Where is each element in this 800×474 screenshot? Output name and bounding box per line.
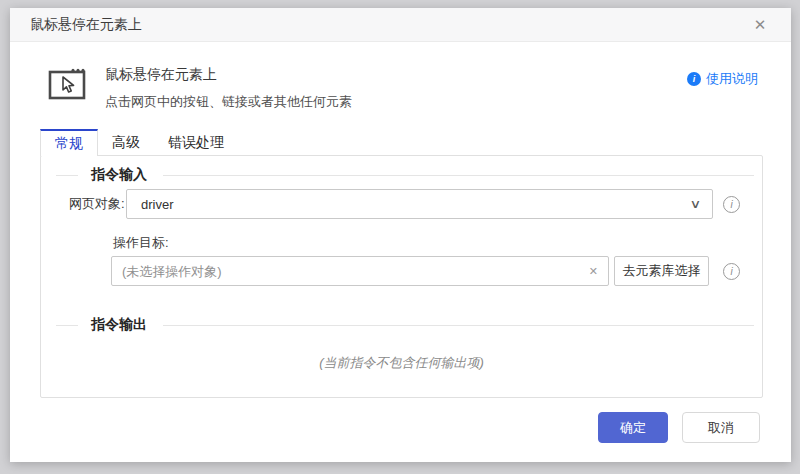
- browser-cursor-icon: [48, 68, 86, 104]
- dialog-titlebar: 鼠标悬停在元素上 ✕: [10, 8, 791, 42]
- close-icon[interactable]: ✕: [749, 14, 771, 36]
- command-header: 鼠标悬停在元素上 点击网页中的按钮、链接或者其他任何元素 i 使用说明: [10, 42, 791, 111]
- input-section-header: 指令输入: [41, 166, 754, 184]
- tab-advanced[interactable]: 高级: [98, 129, 154, 156]
- web-object-info-icon[interactable]: i: [723, 196, 740, 213]
- clear-icon[interactable]: ✕: [579, 265, 608, 278]
- target-input[interactable]: [112, 264, 579, 279]
- usage-help-link[interactable]: i 使用说明: [687, 70, 758, 88]
- target-label: 操作目标:: [113, 234, 169, 252]
- command-title: 鼠标悬停在元素上: [105, 66, 352, 84]
- dialog-title: 鼠标悬停在元素上: [30, 16, 142, 34]
- command-header-text: 鼠标悬停在元素上 点击网页中的按钮、链接或者其他任何元素: [105, 66, 352, 111]
- divider-line: [163, 325, 754, 326]
- divider-dash: [56, 175, 78, 176]
- web-object-value: driver: [141, 197, 691, 212]
- info-icon: i: [687, 72, 701, 86]
- input-section-title: 指令输入: [91, 166, 147, 184]
- element-picker-button[interactable]: 去元素库选择: [614, 256, 709, 286]
- dialog-footer: 确定 取消: [10, 412, 791, 443]
- divider-line: [163, 175, 754, 176]
- divider-dash: [56, 325, 78, 326]
- ok-button[interactable]: 确定: [598, 412, 668, 443]
- target-input-wrap: ✕: [111, 256, 609, 286]
- command-subtitle: 点击网页中的按钮、链接或者其他任何元素: [105, 93, 352, 111]
- general-tab-panel: 指令输入 网页对象: driver ∨ i 操作目标: ✕ 去元素库选择 i 指…: [40, 155, 763, 398]
- target-info-icon[interactable]: i: [723, 263, 740, 280]
- web-object-select[interactable]: driver ∨: [126, 189, 713, 219]
- output-empty-message: (当前指令不包含任何输出项): [41, 354, 762, 372]
- output-section-header: 指令输出: [41, 316, 754, 334]
- cancel-button[interactable]: 取消: [682, 412, 760, 443]
- web-object-label: 网页对象:: [69, 189, 125, 219]
- usage-help-label: 使用说明: [706, 70, 758, 88]
- output-section-title: 指令输出: [91, 316, 147, 334]
- tab-bar: 常规 高级 错误处理: [40, 128, 763, 155]
- chevron-down-icon: ∨: [690, 197, 702, 211]
- tab-error-handling[interactable]: 错误处理: [154, 129, 238, 156]
- mouse-hover-dialog: 鼠标悬停在元素上 ✕ 鼠标悬停在元素上 点击网页中的按钮、链接或者其他任何元素 …: [10, 8, 791, 462]
- tab-general[interactable]: 常规: [40, 129, 98, 156]
